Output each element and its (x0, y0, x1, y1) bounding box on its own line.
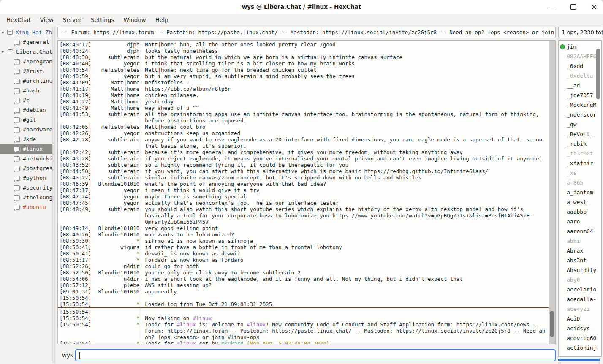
chat-message-row: [08:49:26]Blondie101010who wants to be l… (58, 231, 549, 238)
tree-label: #kde (23, 136, 36, 142)
user-abhi[interactable]: abhi (559, 236, 601, 246)
nick: Blondie101010 (91, 231, 139, 238)
user-actioninj[interactable]: actioninj (559, 343, 601, 353)
user-rubik[interactable]: _rubik (559, 139, 601, 149)
title-bar[interactable]: wys @ Libera.Chat / #linux - HexChat × (0, 0, 603, 14)
minimize-button[interactable] (547, 2, 557, 11)
message-text: so i highly recommend tyring it, it coul… (145, 162, 549, 168)
user-acegalla[interactable]: acegalla- (559, 294, 601, 304)
user-aby0[interactable]: aby0 (559, 275, 601, 285)
chat-message-row: [08:52:50]Blondie101010you're only one c… (58, 269, 549, 276)
tree-channel-ubuntu[interactable]: #ubuntu (0, 202, 55, 212)
message-text: maybe there is something special (145, 193, 549, 200)
user-mockingm[interactable]: _MockingM (559, 100, 601, 110)
message-text: all the brainstorming apps use an infini… (145, 111, 549, 124)
topic-bar[interactable]: -- Forum: https://linux.forum -- Pastebi… (57, 27, 556, 38)
chat-scrollbar-thumb[interactable] (550, 311, 554, 337)
tree-channel-postgresql[interactable]: #postgresql (0, 163, 55, 173)
expander-icon[interactable]: ▾ (2, 30, 7, 35)
tree-channel-hardware[interactable]: #hardware (0, 125, 55, 134)
tree-channel-thelounge[interactable]: #thelounge (0, 193, 55, 202)
user-a-fantom[interactable]: a_fantom (559, 187, 601, 197)
own-nick-label[interactable]: wys (62, 352, 73, 359)
menu-hexchat[interactable]: HexChat (2, 15, 35, 25)
user-0xdelta[interactable]: _0xdelta (559, 71, 601, 81)
maximize-button[interactable] (568, 2, 578, 11)
user-th3r00t[interactable]: _th3r00t (559, 149, 601, 158)
user-absurdity[interactable]: Absurdity (559, 265, 601, 275)
chat-message-row: [08:41:09]Matt|homemefistofeles - (58, 79, 549, 86)
chat-message-row: [08:42:26]yegorobstructions keep us orga… (58, 130, 549, 136)
user-jim[interactable]: jim (559, 42, 601, 52)
user-xs[interactable]: _xs (559, 168, 601, 178)
user-ad[interactable]: __ad (559, 81, 601, 90)
message-text: Loaded log from Tue Oct 21 09:01:31 2025 (145, 301, 549, 307)
tree-label: #networking (23, 155, 55, 162)
tree-channel-debian[interactable]: #debian (0, 105, 55, 115)
menu-help[interactable]: Help (151, 15, 173, 25)
user-a-west[interactable]: a_west_ (559, 197, 601, 207)
tree-channel-c[interactable]: #c (0, 95, 55, 105)
chat-scrollbar[interactable] (549, 41, 555, 344)
timestamp: [08:49:26] (58, 231, 91, 238)
user-aaronm04[interactable]: aaronm04 (559, 226, 601, 236)
tree-channel-programming[interactable]: ##programming (0, 57, 55, 66)
menu-view[interactable]: View (35, 15, 58, 25)
user-acovrig60[interactable]: acovrig60 (559, 333, 601, 343)
user-a-865[interactable]: a-865 (559, 178, 601, 187)
tree-channel-kde[interactable]: #kde (0, 134, 55, 144)
user-xfafnir[interactable]: _xfafnir (559, 158, 601, 168)
chat-message-row: [08:52:26]n4dircould go for both (58, 263, 549, 269)
tree-scrollbar[interactable] (52, 27, 55, 363)
user-aaro[interactable]: aaro (559, 217, 601, 226)
user-abrax[interactable]: Abrax (559, 246, 601, 255)
timestamp: [08:41:53] (58, 111, 91, 124)
expander-icon[interactable]: ▾ (2, 49, 8, 54)
message-text: apparently (145, 288, 549, 295)
user-0xdd[interactable]: _0xdd (559, 61, 601, 71)
menu-settings[interactable]: Settings (86, 15, 119, 25)
user-082aahpf6[interactable]: 082AAHPF6 (559, 52, 601, 61)
user-revolt[interactable]: _ReVoLt_ (559, 129, 601, 139)
tree-server-xing-hai-zhan[interactable]: ▾Xing-Hai-Zhan (0, 27, 55, 37)
nick: subtlerain (91, 162, 139, 168)
tree-channel-general[interactable]: #general (0, 37, 55, 47)
timestamp: [15:50:54] (58, 340, 91, 344)
user-joe7057[interactable]: _joe7057 (559, 90, 601, 100)
message-text: obstructions keep us organized (145, 130, 549, 136)
tree-channel-git[interactable]: #git (0, 115, 55, 125)
tree-channel-archlinux[interactable]: #archlinux (0, 76, 55, 86)
user-accelario[interactable]: accelario (559, 285, 601, 294)
menu-window[interactable]: Window (119, 15, 150, 25)
chat-message-row: [08:47:45]yegoractually that's neoncorte… (58, 200, 549, 206)
userlist-scrollbar-thumb[interactable] (596, 49, 600, 99)
tree-channel-python[interactable]: #python (0, 173, 55, 183)
tree-channel-security[interactable]: #security (0, 183, 55, 193)
user-acid[interactable]: AciD (559, 314, 601, 323)
timestamp: [08:52:50] (58, 269, 91, 276)
close-button[interactable]: × (589, 2, 599, 11)
tree-channel-linux[interactable]: #linux (0, 144, 55, 154)
menu-server[interactable]: Server (58, 15, 86, 25)
user-aceryzz[interactable]: aceryzz (559, 304, 601, 314)
tree-server-libera-chat[interactable]: ▾Libera.Chat (0, 47, 55, 57)
nick: * (91, 301, 139, 307)
channel-icon (14, 40, 20, 45)
chat-message-row: [15:50:54]*Topic for #linux is: Welcome … (58, 321, 549, 340)
user-nderscor[interactable]: _nderscor (559, 110, 601, 120)
tree-channel-bash[interactable]: #bash (0, 86, 55, 95)
tree-channel-networking[interactable]: #networking (0, 154, 55, 163)
tree-channel-rust[interactable]: ##rust (0, 66, 55, 76)
user-aaabbb[interactable]: aaabbb (559, 207, 601, 217)
user-name: _xfafnir (567, 160, 593, 166)
user-name: _MockingM (567, 102, 596, 108)
user-abs3nt[interactable]: abs3nt (559, 255, 601, 265)
nick: djph (91, 41, 139, 48)
user-qw[interactable]: _qw (559, 120, 601, 129)
tree-label: #hardware (23, 126, 52, 133)
timestamp: [08:40:40] (58, 60, 91, 67)
message-input[interactable] (75, 349, 556, 361)
tree-label: #linux (23, 146, 43, 152)
user-acidsys[interactable]: acidsys (559, 323, 601, 333)
chat-message-row: [08:48:49]subtlerainyou should also watc… (58, 206, 549, 225)
